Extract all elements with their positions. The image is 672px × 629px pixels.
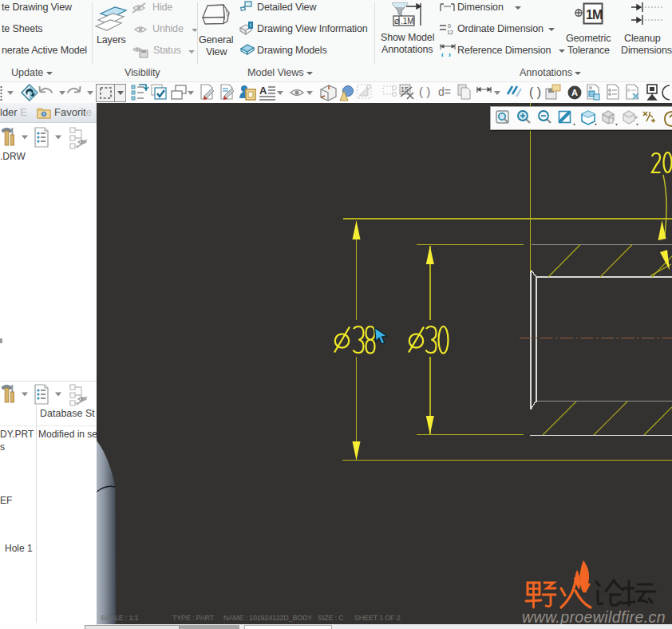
svg-text:www.proewildfire.cn: www.proewildfire.cn xyxy=(522,608,666,626)
svg-text:NAME : 101924122D_BODY: NAME : 101924122D_BODY xyxy=(223,614,312,622)
svg-text:SHEET 1 OF 2: SHEET 1 OF 2 xyxy=(354,614,401,622)
svg-text:SCALE : 1:1: SCALE : 1:1 xyxy=(101,614,139,622)
svg-text:TYPE : PART: TYPE : PART xyxy=(172,614,215,622)
svg-text:SIZE : C: SIZE : C xyxy=(318,614,344,622)
